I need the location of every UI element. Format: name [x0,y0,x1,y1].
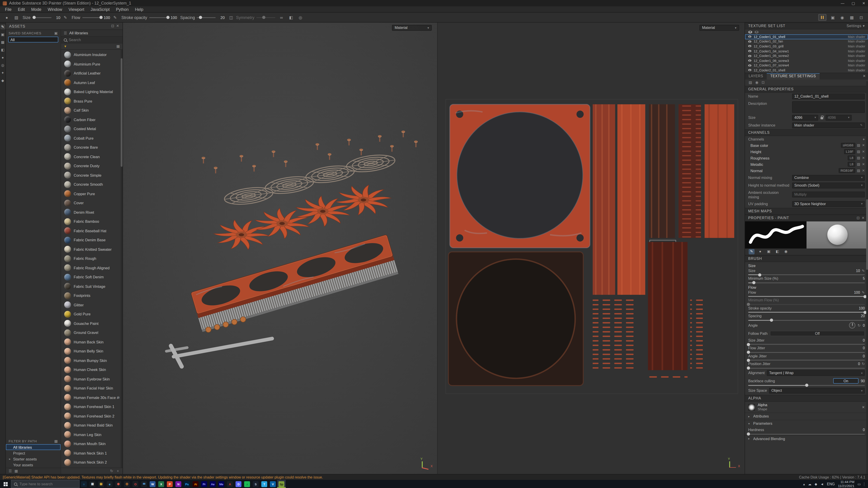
asset-item[interactable]: Artificial Leather [61,69,123,78]
channel-row[interactable]: Roughness L8 ▨ ✕ [745,155,868,161]
telegram-icon[interactable]: T [260,480,269,488]
pencil-icon[interactable]: ✎ [862,291,865,295]
language-indicator[interactable]: ENG [827,482,835,486]
follow-path-toggle[interactable]: Off [770,331,865,336]
close-panel-icon[interactable]: ✕ [116,24,119,28]
size-locked-dropdown[interactable]: 4096 ▾ [826,115,852,121]
ao-mixing-dropdown[interactable]: Multiply [792,192,865,198]
discord-icon[interactable]: D [234,480,243,488]
texture-set-row[interactable]: 12_Cooler1_07_screw4 Main shader [745,63,868,68]
channel-row[interactable]: Height L16F ▨ ✕ [745,149,868,155]
lazy-mouse-icon[interactable]: ∞ [278,14,285,21]
asset-item[interactable]: Gold Pure [61,310,123,319]
channel-remove-icon[interactable]: ✕ [862,143,865,148]
import-resources-icon[interactable]: + [117,469,119,473]
shader-label[interactable]: Main shader [848,54,865,57]
brush-angle-control[interactable]: Angle ↻ 0 [745,321,868,330]
size-jitter-slider[interactable]: Size Jitter0 [745,337,868,346]
fill-icon[interactable]: ▨ [749,80,752,85]
angle-jitter-slider[interactable]: Angle Jitter0 [745,353,868,361]
eraser-tool-icon[interactable]: ● [757,249,763,254]
asset-item[interactable]: Concrete Smooth [61,180,123,189]
toolbar-stroke-opacity-control[interactable]: Stroke opacity 100 [121,15,177,20]
powerpoint-icon[interactable]: P [165,480,174,488]
taskbar-clock[interactable]: 11:44 PM 11/21/2021 [838,480,855,488]
channel-fill-icon[interactable]: ▨ [857,162,860,166]
toolbar-size-control[interactable]: Size 10 ✎ [23,14,68,21]
texture-set-row[interactable]: 12_Cooler1_01_shell Main shader [745,34,868,39]
brush-tool-icon[interactable]: ✎ [749,249,754,254]
asset-item[interactable]: Human Cheek Skin [61,365,123,375]
shader-label[interactable]: Main shader [848,40,865,43]
edit-flow-icon[interactable]: ✎ [112,14,118,21]
asset-item[interactable]: Glitter [61,300,123,310]
show-desktop-button[interactable] [864,482,865,486]
volume-icon[interactable]: ◄ [820,482,824,486]
asset-item[interactable]: Calf Skin [61,106,123,115]
eraser-tool-icon[interactable]: ▣ [0,32,5,37]
asset-search[interactable] [61,37,123,43]
channel-fill-icon[interactable]: ▨ [857,150,860,154]
eye-icon[interactable] [748,69,751,71]
texture-set-settings-button[interactable]: Settings ▾ [846,24,865,28]
mesh-maps-header[interactable]: MESH MAPS [745,208,868,215]
texture-set-row[interactable]: 12_Cooler2_01_shell Main shader [745,68,868,72]
asset-grid-view-icon[interactable]: ▦ [116,44,120,48]
asset-item[interactable]: Fabric Denim Base [61,235,123,245]
channel-format-dropdown[interactable]: L8 [848,162,855,167]
viewport-3d-axis-gizmo[interactable]: YX [417,459,431,470]
angle-reset-icon[interactable]: ↻ [858,324,861,328]
channel-format-dropdown[interactable]: RGB16F [839,168,855,173]
path-filter-item[interactable]: Project [6,450,61,456]
menu-item[interactable]: File [2,7,15,11]
asset-item[interactable]: Fabric Rough Aligned [61,263,123,272]
channel-remove-icon[interactable]: ✕ [862,169,865,173]
polygon-fill-tool-icon[interactable]: ◧ [0,47,5,53]
material-tool-icon[interactable]: ◉ [783,249,789,254]
tab-texture-set-settings[interactable]: TEXTURE SET SETTINGS [767,73,819,79]
menu-item[interactable]: Help [132,7,147,11]
taskbar-search-input[interactable] [20,482,76,486]
texture-set-name-input[interactable]: 12_Cooler1_01_shell [792,94,865,99]
eye-icon[interactable] [748,55,751,57]
channel-fill-icon[interactable]: ▨ [857,169,860,173]
asset-item[interactable]: Concrete Clean [61,152,123,161]
path-filter-item[interactable]: ▸ Starter assets [6,456,61,462]
shader-label[interactable]: Main shader [848,50,865,53]
smudge-tool-icon[interactable]: ● [0,55,5,60]
shelf-menu-icon[interactable]: ☰ [64,31,67,35]
saved-search-input[interactable] [8,37,58,42]
channel-remove-icon[interactable]: ✕ [862,162,865,166]
uv-texture-view[interactable] [438,23,745,474]
asset-item[interactable]: Ground Gravel [61,328,123,337]
remove-alpha-icon[interactable]: ✕ [862,405,865,409]
texture-set-row[interactable]: 12_Cooler1_04_screw1 Main shader [745,49,868,54]
asset-item[interactable]: Human Eyebrow Skin [61,375,123,384]
maximize-button[interactable]: ▢ [851,1,855,5]
menu-item[interactable]: Viewport [65,7,88,11]
asset-item[interactable]: Human Head Bald Skin [61,421,123,430]
brush-stroke-opacity-slider[interactable]: Stroke opacity100 [745,305,868,313]
position-jitter-slider[interactable]: Position Jitter0↻ [745,361,868,369]
polygon-fill-tool-icon[interactable]: ◧ [774,249,780,254]
channel-format-dropdown[interactable]: L8 [848,156,855,161]
asset-item[interactable]: Human Mouth Skin [61,439,123,449]
channel-row[interactable]: Normal RGB16F ▨ ✕ [745,168,868,174]
asset-item[interactable]: Copper Pure [61,189,123,198]
world-icon[interactable]: ◉ [755,80,758,85]
projection-tool-icon[interactable]: ▩ [0,40,5,45]
perspective-icon[interactable]: ◧ [288,14,294,21]
eye-icon[interactable] [748,45,751,47]
close-panel-icon[interactable]: ✕ [862,216,865,220]
shader-label[interactable]: Main shader [848,69,865,72]
channel-remove-icon[interactable]: ✕ [862,156,865,160]
projection-tool-icon[interactable]: ▣ [766,249,772,254]
pencil-icon[interactable]: ✎ [862,269,865,273]
acrobat-icon[interactable]: A [225,480,234,488]
asset-item[interactable]: Fabric Baseball Hat [61,226,123,235]
flow-jitter-slider[interactable]: Flow Jitter0 [745,346,868,353]
asset-item[interactable]: Fabric Soft Denim [61,272,123,282]
steam-icon[interactable]: S [251,480,260,488]
eye-icon[interactable] [748,40,751,43]
cooler-3d-model[interactable] [123,23,437,474]
